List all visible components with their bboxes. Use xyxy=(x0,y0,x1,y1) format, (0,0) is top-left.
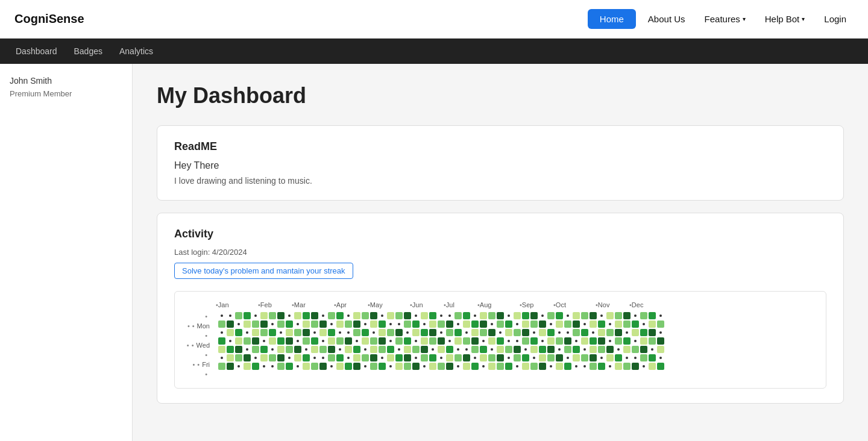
heatmap-cell xyxy=(564,337,571,345)
heatmap-cell xyxy=(235,329,242,336)
heatmap-cell xyxy=(328,321,335,328)
heatmap-cell xyxy=(488,354,495,361)
heatmap-col xyxy=(488,312,495,378)
nav-dashboard[interactable]: Dashboard xyxy=(10,43,63,60)
nav-analytics[interactable]: Analytics xyxy=(113,43,159,60)
heatmap-cell xyxy=(539,321,546,328)
heatmap-cell xyxy=(463,312,470,319)
heatmap-cell xyxy=(429,354,436,361)
heatmap-cell xyxy=(514,354,521,361)
heatmap-cell xyxy=(497,312,504,319)
readme-title: ReadME xyxy=(174,140,826,153)
heatmap-col xyxy=(421,312,428,378)
heatmap-cell xyxy=(564,312,571,319)
heatmap-cell xyxy=(421,337,428,345)
heatmap-cell xyxy=(564,321,571,328)
heatmap-col xyxy=(497,312,504,378)
heatmap-cell xyxy=(252,337,259,345)
heatmap-cell xyxy=(530,337,538,345)
heatmap-cell xyxy=(269,329,276,336)
heatmap-cell xyxy=(404,329,411,336)
heatmap-cell xyxy=(446,312,453,319)
heatmap-cell xyxy=(581,363,588,370)
login-link[interactable]: Login xyxy=(817,9,854,29)
heatmap-cell xyxy=(573,337,580,345)
heatmap-cell xyxy=(235,346,242,353)
heatmap-cell xyxy=(471,363,479,370)
heatmap-cell xyxy=(227,346,234,353)
heatmap-cell xyxy=(353,337,360,345)
heatmap-cell xyxy=(429,363,436,370)
main-content: My Dashboard ReadME Hey There I love dra… xyxy=(133,64,868,441)
heatmap-cell xyxy=(387,363,394,370)
heatmap-col xyxy=(387,312,394,378)
heatmap-cell xyxy=(522,346,529,353)
heatmap-cell xyxy=(615,337,622,345)
heatmap-cell xyxy=(454,354,462,361)
month-label-sep: Sep xyxy=(520,301,553,308)
heatmap-col xyxy=(370,312,377,378)
heatmap-cell xyxy=(539,346,546,353)
heatmap-cell xyxy=(277,363,285,370)
heatmap-cell xyxy=(328,363,335,370)
helpbot-chevron-icon: ▾ xyxy=(802,16,805,22)
heatmap-cell xyxy=(514,337,521,345)
heatmap-col xyxy=(438,312,445,378)
heatmap-cell xyxy=(328,312,335,319)
nav-badges[interactable]: Badges xyxy=(68,43,108,60)
heatmap-cell xyxy=(421,312,428,319)
heatmap-cell xyxy=(328,337,335,345)
heatmap-cell xyxy=(640,354,647,361)
heatmap-cell xyxy=(294,346,301,353)
heatmap-cell xyxy=(370,312,377,319)
heatmap-cell xyxy=(286,346,293,353)
heatmap-cell xyxy=(319,354,327,361)
heatmap-cell xyxy=(311,363,318,370)
heatmap-cell xyxy=(556,354,563,361)
heatmap-cell xyxy=(395,363,403,370)
heatmap-cell xyxy=(294,329,301,336)
heatmap-cell xyxy=(252,312,259,319)
about-link[interactable]: About Us xyxy=(641,9,693,29)
heatmap-cell xyxy=(556,337,563,345)
heatmap-cell xyxy=(547,321,555,328)
streak-link[interactable]: Solve today's problem and mantain your s… xyxy=(174,263,353,279)
heatmap-cell xyxy=(640,329,647,336)
heatmap-cell xyxy=(379,354,386,361)
home-button[interactable]: Home xyxy=(588,9,636,29)
logo: CogniSense xyxy=(14,12,84,26)
heatmap-cell xyxy=(632,337,639,345)
heatmap-cell xyxy=(387,329,394,336)
heatmap-cell xyxy=(379,337,386,345)
heatmap-cell xyxy=(505,346,512,353)
heatmap-cell xyxy=(454,337,462,345)
heatmap-cell xyxy=(370,354,377,361)
heatmap-cell xyxy=(311,329,318,336)
day-label-row: •Fri xyxy=(187,360,213,369)
nav-right: Home About Us Features ▾ Help Bot ▾ Logi… xyxy=(588,9,854,29)
heatmap-cell xyxy=(598,329,605,336)
day-label-row: •Mon xyxy=(187,322,213,330)
heatmap-cell xyxy=(623,337,631,345)
heatmap-cell xyxy=(362,354,369,361)
heatmap-cell xyxy=(277,321,285,328)
helpbot-link[interactable]: Help Bot ▾ xyxy=(758,9,813,29)
month-label-feb: Feb xyxy=(258,301,292,308)
heatmap-cell xyxy=(421,329,428,336)
heatmap-wrapper: JanFebMarAprMayJunJulAugSepOctNovDec •Mo… xyxy=(174,291,826,389)
features-link[interactable]: Features ▾ xyxy=(697,9,753,29)
heatmap-cell xyxy=(547,354,555,361)
heatmap-cell xyxy=(581,321,588,328)
heatmap-cell xyxy=(598,346,605,353)
heatmap-cell xyxy=(640,321,647,328)
heatmap-cell xyxy=(269,321,276,328)
heatmap-cell xyxy=(446,337,453,345)
heatmap-cell xyxy=(573,354,580,361)
heatmap-cell xyxy=(353,354,360,361)
heatmap-cell xyxy=(471,312,479,319)
heatmap-cell xyxy=(395,321,403,328)
heatmap-cell xyxy=(303,321,310,328)
heatmap-cell xyxy=(303,363,310,370)
heatmap-cell xyxy=(598,337,605,345)
heatmap-cell xyxy=(395,337,403,345)
